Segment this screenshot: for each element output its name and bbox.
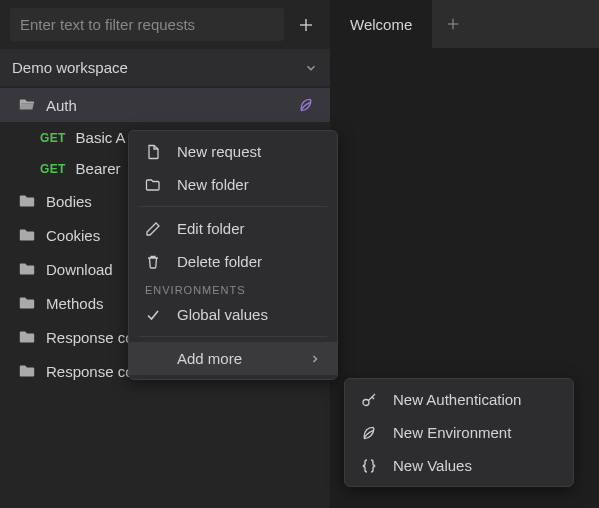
menu-new-request[interactable]: New request	[129, 135, 337, 168]
filter-row	[0, 0, 330, 49]
menu-new-folder[interactable]: New folder	[129, 168, 337, 201]
request-label: Bearer	[76, 160, 121, 177]
menu-separator	[139, 336, 327, 337]
chevron-down-icon	[304, 61, 318, 75]
menu-label: New Values	[393, 457, 557, 474]
folder-open-icon	[18, 96, 36, 114]
menu-add-more[interactable]: Add more	[129, 342, 337, 375]
workspace-name: Demo workspace	[12, 59, 128, 76]
menu-label: Delete folder	[177, 253, 321, 270]
menu-global-values[interactable]: Global values	[129, 298, 337, 331]
method-badge: GET	[40, 162, 66, 176]
folder-label: Auth	[46, 97, 288, 114]
pencil-icon	[145, 221, 163, 237]
menu-label: Global values	[177, 306, 321, 323]
add-request-button[interactable]	[292, 11, 320, 39]
menu-label: New request	[177, 143, 321, 160]
menu-delete-folder[interactable]: Delete folder	[129, 245, 337, 278]
filter-input[interactable]	[10, 8, 284, 41]
menu-separator	[139, 206, 327, 207]
key-icon	[361, 392, 379, 408]
menu-new-authentication[interactable]: New Authentication	[345, 383, 573, 416]
menu-label: Edit folder	[177, 220, 321, 237]
chevron-right-icon	[309, 353, 321, 365]
folder-icon	[18, 328, 36, 346]
menu-new-environment[interactable]: New Environment	[345, 416, 573, 449]
add-more-submenu: New Authentication New Environment New V…	[344, 378, 574, 487]
tabbar: Welcome	[330, 0, 599, 48]
tab-welcome[interactable]: Welcome	[330, 0, 432, 48]
workspace-selector[interactable]: Demo workspace	[0, 49, 330, 86]
trash-icon	[145, 254, 163, 270]
menu-label: New Authentication	[393, 391, 557, 408]
folder-icon	[18, 362, 36, 380]
menu-edit-folder[interactable]: Edit folder	[129, 212, 337, 245]
tab-label: Welcome	[350, 16, 412, 33]
folder-outline-icon	[145, 177, 163, 193]
request-label: Basic A	[76, 129, 126, 146]
check-icon	[145, 307, 163, 323]
method-badge: GET	[40, 131, 66, 145]
menu-label: New Environment	[393, 424, 557, 441]
file-icon	[145, 144, 163, 160]
folder-icon	[18, 226, 36, 244]
folder-icon	[18, 260, 36, 278]
braces-icon	[361, 458, 379, 474]
folder-context-menu: New request New folder Edit folder Delet…	[128, 130, 338, 380]
leaf-icon	[361, 425, 379, 441]
folder-icon	[18, 294, 36, 312]
menu-label: New folder	[177, 176, 321, 193]
folder-icon	[18, 192, 36, 210]
svg-point-4	[363, 399, 369, 405]
tab-add-button[interactable]	[432, 17, 474, 31]
folder-auth[interactable]: Auth	[0, 88, 330, 122]
leaf-icon	[298, 97, 314, 113]
menu-new-values[interactable]: New Values	[345, 449, 573, 482]
menu-label: Add more	[177, 350, 295, 367]
menu-section-environments: ENVIRONMENTS	[129, 278, 337, 298]
